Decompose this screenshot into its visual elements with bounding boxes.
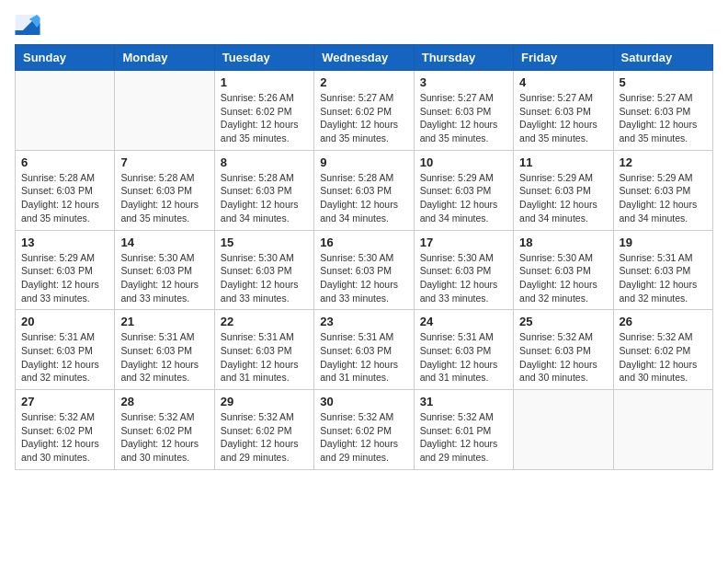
day-number: 21 (120, 315, 208, 328)
day-number: 15 (221, 236, 308, 249)
column-header-thursday: Thursday (414, 45, 513, 71)
calendar-cell: 25Sunrise: 5:32 AM Sunset: 6:03 PM Dayli… (514, 310, 613, 390)
day-number: 25 (519, 315, 607, 328)
day-number: 7 (120, 155, 208, 169)
calendar-cell: 3Sunrise: 5:27 AM Sunset: 6:03 PM Daylig… (414, 71, 513, 151)
day-number: 5 (620, 75, 707, 89)
calendar-cell: 22Sunrise: 5:31 AM Sunset: 6:03 PM Dayli… (214, 310, 313, 390)
calendar-cell: 23Sunrise: 5:31 AM Sunset: 6:03 PM Dayli… (314, 310, 414, 390)
column-header-friday: Friday (514, 45, 613, 71)
calendar-week-row: 27Sunrise: 5:32 AM Sunset: 6:02 PM Dayli… (16, 390, 713, 470)
day-info: Sunrise: 5:30 AM Sunset: 6:03 PM Dayligh… (120, 251, 208, 305)
calendar-cell: 21Sunrise: 5:31 AM Sunset: 6:03 PM Dayli… (115, 310, 214, 390)
day-info: Sunrise: 5:31 AM Sunset: 6:03 PM Dayligh… (320, 330, 407, 385)
calendar-cell: 24Sunrise: 5:31 AM Sunset: 6:03 PM Dayli… (414, 310, 513, 390)
day-info: Sunrise: 5:27 AM Sunset: 6:03 PM Dayligh… (519, 91, 607, 145)
day-number: 4 (519, 75, 607, 89)
page-header (15, 15, 713, 35)
day-info: Sunrise: 5:27 AM Sunset: 6:03 PM Dayligh… (420, 91, 507, 145)
day-info: Sunrise: 5:32 AM Sunset: 6:02 PM Dayligh… (620, 330, 707, 385)
day-number: 27 (21, 395, 108, 408)
calendar-week-row: 20Sunrise: 5:31 AM Sunset: 6:03 PM Dayli… (16, 310, 713, 390)
day-info: Sunrise: 5:27 AM Sunset: 6:03 PM Dayligh… (620, 91, 707, 145)
day-number: 19 (620, 236, 707, 249)
calendar-table: SundayMondayTuesdayWednesdayThursdayFrid… (15, 44, 713, 470)
day-info: Sunrise: 5:26 AM Sunset: 6:02 PM Dayligh… (221, 91, 308, 145)
calendar-cell: 2Sunrise: 5:27 AM Sunset: 6:02 PM Daylig… (314, 71, 414, 151)
day-info: Sunrise: 5:31 AM Sunset: 6:03 PM Dayligh… (420, 330, 507, 385)
day-number: 1 (221, 75, 308, 89)
calendar-cell: 14Sunrise: 5:30 AM Sunset: 6:03 PM Dayli… (115, 230, 214, 310)
calendar-cell: 18Sunrise: 5:30 AM Sunset: 6:03 PM Dayli… (514, 230, 613, 310)
day-info: Sunrise: 5:31 AM Sunset: 6:03 PM Dayligh… (120, 330, 208, 385)
day-number: 30 (320, 395, 407, 408)
day-number: 16 (320, 236, 407, 249)
day-info: Sunrise: 5:28 AM Sunset: 6:03 PM Dayligh… (21, 171, 108, 225)
column-header-monday: Monday (115, 45, 214, 71)
day-info: Sunrise: 5:31 AM Sunset: 6:03 PM Dayligh… (221, 330, 308, 385)
column-header-sunday: Sunday (16, 45, 115, 71)
day-number: 2 (320, 75, 407, 89)
calendar-cell: 26Sunrise: 5:32 AM Sunset: 6:02 PM Dayli… (613, 310, 712, 390)
calendar-cell: 12Sunrise: 5:29 AM Sunset: 6:03 PM Dayli… (613, 150, 712, 230)
column-header-saturday: Saturday (613, 45, 712, 71)
day-info: Sunrise: 5:32 AM Sunset: 6:02 PM Dayligh… (320, 410, 407, 465)
day-info: Sunrise: 5:31 AM Sunset: 6:03 PM Dayligh… (620, 251, 707, 305)
calendar-week-row: 1Sunrise: 5:26 AM Sunset: 6:02 PM Daylig… (16, 71, 713, 151)
day-info: Sunrise: 5:30 AM Sunset: 6:03 PM Dayligh… (320, 251, 407, 305)
day-info: Sunrise: 5:32 AM Sunset: 6:03 PM Dayligh… (519, 330, 607, 385)
day-info: Sunrise: 5:32 AM Sunset: 6:02 PM Dayligh… (221, 410, 308, 465)
day-number: 6 (21, 155, 108, 169)
calendar-cell: 13Sunrise: 5:29 AM Sunset: 6:03 PM Dayli… (16, 230, 115, 310)
calendar-cell: 20Sunrise: 5:31 AM Sunset: 6:03 PM Dayli… (16, 310, 115, 390)
day-info: Sunrise: 5:29 AM Sunset: 6:03 PM Dayligh… (620, 171, 707, 225)
calendar-cell: 11Sunrise: 5:29 AM Sunset: 6:03 PM Dayli… (514, 150, 613, 230)
day-info: Sunrise: 5:30 AM Sunset: 6:03 PM Dayligh… (221, 251, 308, 305)
day-number: 13 (21, 236, 108, 249)
column-header-tuesday: Tuesday (214, 45, 313, 71)
day-info: Sunrise: 5:29 AM Sunset: 6:03 PM Dayligh… (21, 251, 108, 305)
calendar-cell: 16Sunrise: 5:30 AM Sunset: 6:03 PM Dayli… (314, 230, 414, 310)
calendar-cell: 19Sunrise: 5:31 AM Sunset: 6:03 PM Dayli… (613, 230, 712, 310)
day-number: 29 (221, 395, 308, 408)
day-info: Sunrise: 5:29 AM Sunset: 6:03 PM Dayligh… (420, 171, 507, 225)
calendar-cell: 7Sunrise: 5:28 AM Sunset: 6:03 PM Daylig… (115, 150, 214, 230)
logo (15, 15, 44, 35)
day-number: 22 (221, 315, 308, 328)
day-info: Sunrise: 5:29 AM Sunset: 6:03 PM Dayligh… (519, 171, 607, 225)
day-number: 20 (21, 315, 108, 328)
calendar-cell: 29Sunrise: 5:32 AM Sunset: 6:02 PM Dayli… (214, 390, 313, 470)
day-number: 12 (620, 155, 707, 169)
calendar-cell (115, 71, 214, 151)
day-number: 3 (420, 75, 507, 89)
day-info: Sunrise: 5:32 AM Sunset: 6:02 PM Dayligh… (21, 410, 108, 465)
day-number: 31 (420, 395, 507, 408)
day-number: 23 (320, 315, 407, 328)
day-info: Sunrise: 5:30 AM Sunset: 6:03 PM Dayligh… (519, 251, 607, 305)
calendar-week-row: 6Sunrise: 5:28 AM Sunset: 6:03 PM Daylig… (16, 150, 713, 230)
calendar-cell (16, 71, 115, 151)
calendar-cell: 28Sunrise: 5:32 AM Sunset: 6:02 PM Dayli… (115, 390, 214, 470)
calendar-cell: 30Sunrise: 5:32 AM Sunset: 6:02 PM Dayli… (314, 390, 414, 470)
calendar-cell: 4Sunrise: 5:27 AM Sunset: 6:03 PM Daylig… (514, 71, 613, 151)
calendar-header-row: SundayMondayTuesdayWednesdayThursdayFrid… (16, 45, 713, 71)
day-number: 9 (320, 155, 407, 169)
day-number: 18 (519, 236, 607, 249)
day-info: Sunrise: 5:27 AM Sunset: 6:02 PM Dayligh… (320, 91, 407, 145)
calendar-cell: 27Sunrise: 5:32 AM Sunset: 6:02 PM Dayli… (16, 390, 115, 470)
day-info: Sunrise: 5:32 AM Sunset: 6:01 PM Dayligh… (420, 410, 507, 465)
calendar-cell: 5Sunrise: 5:27 AM Sunset: 6:03 PM Daylig… (613, 71, 712, 151)
day-number: 10 (420, 155, 507, 169)
day-info: Sunrise: 5:28 AM Sunset: 6:03 PM Dayligh… (120, 171, 208, 225)
day-number: 26 (620, 315, 707, 328)
calendar-cell (514, 390, 613, 470)
calendar-cell: 10Sunrise: 5:29 AM Sunset: 6:03 PM Dayli… (414, 150, 513, 230)
day-number: 28 (120, 395, 208, 408)
day-info: Sunrise: 5:31 AM Sunset: 6:03 PM Dayligh… (21, 330, 108, 385)
calendar-cell (613, 390, 712, 470)
column-header-wednesday: Wednesday (314, 45, 414, 71)
day-number: 14 (120, 236, 208, 249)
calendar-cell: 8Sunrise: 5:28 AM Sunset: 6:03 PM Daylig… (214, 150, 313, 230)
calendar-cell: 15Sunrise: 5:30 AM Sunset: 6:03 PM Dayli… (214, 230, 313, 310)
day-number: 24 (420, 315, 507, 328)
